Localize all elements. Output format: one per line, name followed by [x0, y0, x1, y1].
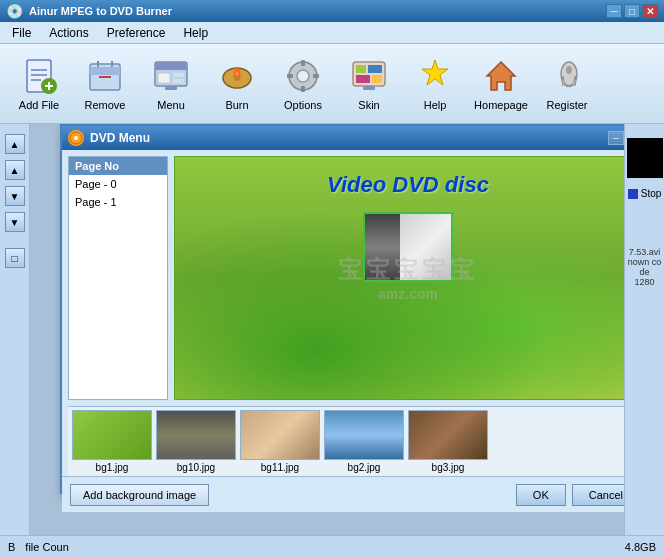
ok-button[interactable]: OK: [516, 484, 566, 506]
burn-label: Burn: [225, 99, 248, 111]
status-file-count: file Coun: [25, 541, 68, 553]
right-panel: Stop 7.53.avi nown code 1280: [624, 124, 664, 557]
svg-rect-17: [165, 86, 177, 90]
thumb-bg10-img: [156, 410, 236, 460]
menu-file[interactable]: File: [4, 24, 39, 42]
tool-remove[interactable]: Remove: [74, 49, 136, 119]
thumb-bg3[interactable]: bg3.jpg: [408, 410, 488, 473]
tool-options[interactable]: Options: [272, 49, 334, 119]
menu-help[interactable]: Help: [175, 24, 216, 42]
thumb-bg10[interactable]: bg10.jpg: [156, 410, 236, 473]
app-icon: 💿: [6, 3, 23, 19]
modal-dvd-icon: [68, 130, 84, 146]
menu-preference[interactable]: Preference: [99, 24, 174, 42]
thumb-bg1-label: bg1.jpg: [96, 462, 129, 473]
left-side-btn-1[interactable]: ▲: [5, 134, 25, 154]
close-button[interactable]: ✕: [642, 4, 658, 18]
thumb-bg1[interactable]: bg1.jpg: [72, 410, 152, 473]
main-area: ▲ ▲ ▼ ▼ □ DVD Menu: [0, 124, 664, 557]
tool-skin[interactable]: Skin: [338, 49, 400, 119]
title-bar-controls: ─ □ ✕: [606, 4, 658, 18]
add-background-button[interactable]: Add background image: [70, 484, 209, 506]
register-icon: [547, 56, 587, 96]
preview-title: Video DVD disc: [175, 172, 624, 198]
page-list-item-1[interactable]: Page - 1: [69, 193, 167, 211]
modal-footer: Add background image OK Cancel: [62, 476, 624, 512]
thumb-bg2-label: bg2.jpg: [348, 462, 381, 473]
tool-burn[interactable]: Burn: [206, 49, 268, 119]
preview-area: Video DVD disc 宝宝宝宝宝 amz.com: [174, 156, 624, 400]
thumb-bg2[interactable]: bg2.jpg: [324, 410, 404, 473]
thumbnail-strip: bg1.jpg bg10.jpg bg11.jpg bg2.jpg bg3.jp…: [68, 406, 624, 476]
svg-rect-26: [313, 74, 319, 78]
svg-rect-13: [155, 62, 187, 70]
help-label: Help: [424, 99, 447, 111]
skin-icon: [349, 56, 389, 96]
page-list-item-0[interactable]: Page - 0: [69, 175, 167, 193]
app-title: Ainur MPEG to DVD Burner: [29, 5, 172, 17]
thumb-left-part: [365, 214, 400, 280]
thumb-bg2-img: [324, 410, 404, 460]
thumb-bg11-label: bg11.jpg: [261, 462, 299, 473]
tool-register[interactable]: Register: [536, 49, 598, 119]
svg-point-20: [234, 75, 240, 81]
remove-label: Remove: [85, 99, 126, 111]
svg-point-22: [297, 70, 309, 82]
svg-rect-24: [301, 86, 305, 92]
thumb-bg3-img: [408, 410, 488, 460]
left-side-btn-4[interactable]: ▼: [5, 212, 25, 232]
stop-label: Stop: [641, 188, 662, 199]
svg-point-38: [74, 136, 78, 140]
register-label: Register: [547, 99, 588, 111]
left-extra-btn[interactable]: □: [5, 248, 25, 268]
tool-add-file[interactable]: Add File: [8, 49, 70, 119]
file-info: 7.53.avi nown code 1280: [625, 245, 664, 289]
thumb-bg10-label: bg10.jpg: [177, 462, 215, 473]
page-list: Page No Page - 0 Page - 1: [68, 156, 168, 400]
modal-action-buttons: OK Cancel: [516, 484, 624, 506]
modal-title-bar: DVD Menu ─ ✕: [62, 126, 624, 150]
svg-rect-16: [173, 79, 184, 83]
cancel-button[interactable]: Cancel: [572, 484, 624, 506]
remove-icon: [85, 56, 125, 96]
modal-title: DVD Menu: [90, 131, 150, 145]
maximize-button[interactable]: □: [624, 4, 640, 18]
svg-rect-23: [301, 60, 305, 66]
menu-bar: File Actions Preference Help: [0, 22, 664, 44]
options-icon: [283, 56, 323, 96]
file-size: 7.53.avi: [627, 247, 662, 257]
status-bar: B file Coun 4.8GB: [0, 535, 664, 557]
modal-body: Page No Page - 0 Page - 1 Video DVD disc…: [62, 150, 624, 406]
minimize-button[interactable]: ─: [606, 4, 622, 18]
stop-square-icon: [628, 189, 638, 199]
toolbar: Add File Remove Menu: [0, 44, 664, 124]
add-file-label: Add File: [19, 99, 59, 111]
svg-rect-31: [372, 75, 382, 83]
tool-help[interactable]: Help: [404, 49, 466, 119]
thumb-bg11[interactable]: bg11.jpg: [240, 410, 320, 473]
tool-homepage[interactable]: Homepage: [470, 49, 532, 119]
svg-marker-34: [487, 62, 515, 90]
status-size: B: [8, 541, 15, 553]
svg-rect-32: [363, 86, 375, 90]
menu-actions[interactable]: Actions: [41, 24, 96, 42]
status-right-size: 4.8GB: [625, 541, 656, 553]
stop-indicator: Stop: [624, 186, 664, 201]
svg-point-36: [566, 66, 572, 74]
tool-menu[interactable]: Menu: [140, 49, 202, 119]
thumb-bg11-img: [240, 410, 320, 460]
modal-minimize-btn[interactable]: ─: [608, 131, 624, 145]
svg-rect-28: [356, 65, 366, 73]
svg-rect-25: [287, 74, 293, 78]
left-side-btn-2[interactable]: ▲: [5, 160, 25, 180]
thumb-bg1-img: [72, 410, 152, 460]
center-area: DVD Menu ─ ✕ Page No Page - 0 Page - 1 V…: [30, 124, 624, 557]
left-side-btn-3[interactable]: ▼: [5, 186, 25, 206]
svg-rect-30: [356, 75, 370, 83]
watermark-domain: amz.com: [338, 286, 478, 302]
modal-title-left: DVD Menu: [68, 130, 150, 146]
left-panel: ▲ ▲ ▼ ▼ □: [0, 124, 30, 557]
burn-icon: [217, 56, 257, 96]
title-bar-left: 💿 Ainur MPEG to DVD Burner: [6, 3, 172, 19]
modal-controls: ─ ✕: [608, 131, 624, 145]
